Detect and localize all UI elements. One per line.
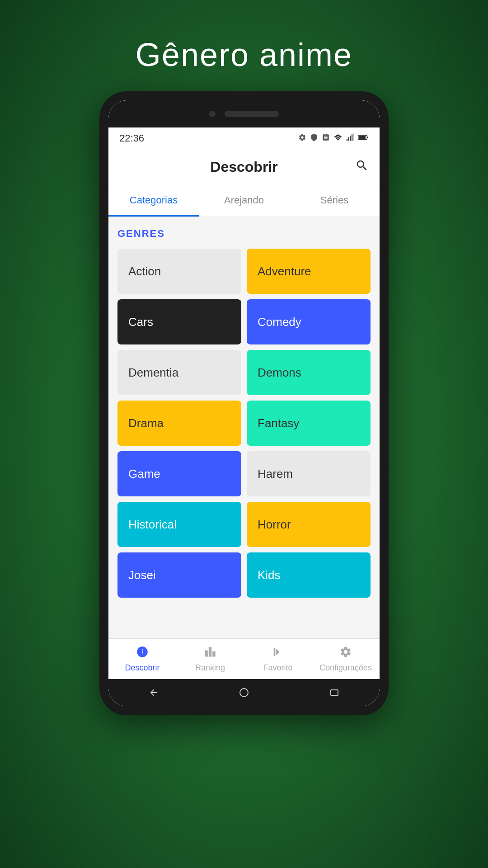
search-icon[interactable] [355,159,369,175]
bottom-nav: Descobrir Ranking Favorito Configurações [108,638,380,679]
status-icons [298,133,369,143]
wifi-icon [333,134,343,142]
genre-tile-drama[interactable]: Drama [117,401,241,446]
tab-bar: Categorias Arejando Séries [108,185,380,217]
phone-frame: 22:36 [99,91,389,715]
settings-icon [339,646,352,661]
genre-tile-comedy[interactable]: Comedy [247,299,371,344]
genre-tile-adventure[interactable]: Adventure [247,249,371,294]
genre-tile-action[interactable]: Action [117,249,241,294]
svg-rect-4 [353,133,354,141]
svg-marker-9 [150,689,157,696]
svg-rect-2 [350,136,351,141]
genre-tile-harem[interactable]: Harem [247,451,371,496]
genre-tile-game[interactable]: Game [117,451,241,496]
nav-favorito[interactable]: Favorito [244,646,312,673]
tab-categorias[interactable]: Categorias [108,185,199,217]
genre-tile-kids[interactable]: Kids [247,552,371,598]
tab-arejando[interactable]: Arejando [199,185,289,217]
favorite-icon [272,646,284,661]
status-bar: 22:36 [108,127,380,149]
genre-grid: Action Adventure Cars Comedy Dementia De… [117,249,371,598]
svg-rect-0 [347,139,347,141]
genres-header: GENRES [117,228,371,240]
svg-rect-8 [274,647,276,656]
nav-descobrir[interactable]: Descobrir [108,646,176,673]
svg-rect-7 [367,137,368,138]
discover-icon [136,646,149,661]
phone-bottom-nav [108,679,380,706]
app-bar: Descobrir [108,149,380,185]
genre-tile-dementia[interactable]: Dementia [117,350,241,395]
nav-configuracoes-label: Configurações [319,663,372,673]
phone-screen: 22:36 [108,100,380,706]
genre-tile-fantasy[interactable]: Fantasy [247,401,371,446]
svg-rect-1 [348,137,349,141]
nav-favorito-label: Favorito [263,663,292,673]
content-area: GENRES Action Adventure Cars Comedy Deme… [108,217,380,638]
genre-tile-horror[interactable]: Horror [247,502,371,547]
nav-descobrir-label: Descobrir [125,663,160,673]
camera-dot [209,111,216,117]
svg-rect-3 [352,134,352,141]
page-title: Gênero anime [136,36,352,73]
genre-tile-historical[interactable]: Historical [117,502,241,547]
signal-icon [346,133,354,143]
genre-tile-demons[interactable]: Demons [247,350,371,395]
page-title-area: Gênero anime [136,36,352,73]
battery-icon [358,134,369,142]
nav-ranking-label: Ranking [195,663,225,673]
nav-ranking[interactable]: Ranking [176,646,244,673]
phone-recent-btn[interactable] [324,683,344,703]
speaker-grille [225,111,279,117]
ranking-icon [204,646,216,661]
genre-tile-josei[interactable]: Josei [117,552,241,598]
clipboard-status-icon [322,133,330,143]
tab-series[interactable]: Séries [289,185,380,217]
nav-configuracoes[interactable]: Configurações [312,646,380,673]
shield-status-icon [310,133,318,143]
phone-home-btn[interactable] [234,683,254,703]
phone-back-btn[interactable] [144,683,164,703]
phone-top-bar [108,100,380,127]
gear-status-icon [298,133,306,143]
app-bar-title: Descobrir [210,159,277,175]
svg-rect-6 [358,136,366,139]
genre-tile-cars[interactable]: Cars [117,299,241,344]
status-time: 22:36 [119,132,144,144]
